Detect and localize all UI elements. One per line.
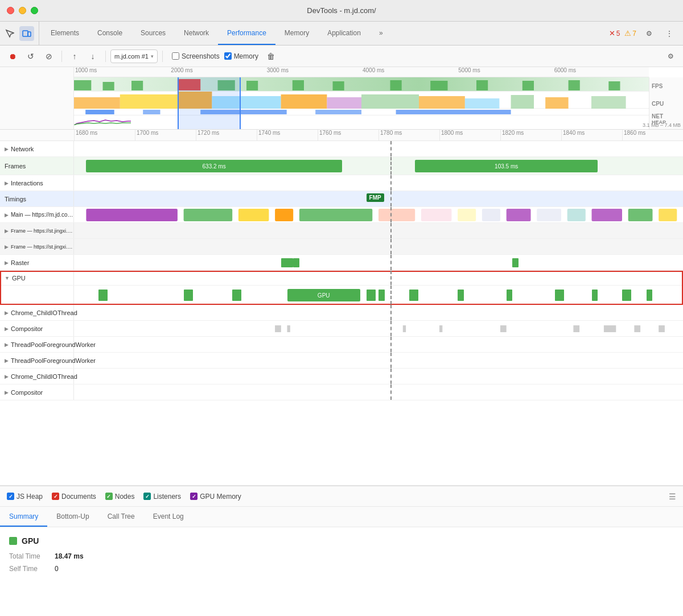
track-frame1[interactable]: ▶ Frame — https://st.jingxi.com/_async_c… [0, 223, 683, 239]
timeline-overview[interactable]: 1000 ms 2000 ms 3000 ms 4000 ms 5000 ms … [0, 67, 683, 130]
more-options-icon[interactable]: ⋮ [661, 26, 677, 42]
expand-arrow-interactions[interactable]: ▶ [5, 180, 9, 186]
expand-arrow-comp2[interactable]: ▶ [5, 390, 9, 395]
svg-rect-21 [327, 97, 361, 109]
memory-checkbox[interactable] [224, 52, 232, 60]
cursor-line-io1 [390, 305, 392, 320]
gpu-memory-check[interactable]: ✓ GPU Memory [190, 493, 241, 501]
nodes-checkbox-box: ✓ [105, 493, 113, 500]
tab-summary[interactable]: Summary [0, 507, 47, 527]
tab-bottom-up[interactable]: Bottom-Up [47, 507, 98, 527]
inspect-icon[interactable] [2, 26, 17, 41]
track-frame2-label[interactable]: ▶ Frame — https://st.jingxi.com/_async_c… [0, 239, 74, 254]
bottom-tabs: Summary Bottom-Up Call Tree Event Log [0, 507, 683, 527]
upload-button[interactable]: ↑ [67, 48, 83, 64]
svg-rect-16 [74, 97, 120, 109]
expand-arrow-main[interactable]: ▶ [5, 212, 9, 218]
tab-application[interactable]: Application [318, 22, 370, 45]
track-frame1-label[interactable]: ▶ Frame — https://st.jingxi.com/_async_c… [0, 223, 74, 238]
track-network-label[interactable]: ▶ Network [0, 141, 74, 156]
track-io2[interactable]: ▶ Chrome_ChildIOThread [0, 369, 683, 385]
tab-elements[interactable]: Elements [42, 22, 88, 45]
tracks-container[interactable]: ▶ Network Frames 633.2 ms [0, 141, 683, 485]
self-time-value: 0 [55, 565, 59, 573]
capture-settings-button[interactable]: ⚙ [663, 48, 678, 64]
svg-rect-22 [361, 94, 419, 109]
track-interactions[interactable]: ▶ Interactions [0, 175, 683, 191]
track-worker1[interactable]: ▶ ThreadPoolForegroundWorker [0, 337, 683, 353]
track-compositor2[interactable]: ▶ Compositor [0, 385, 683, 400]
expand-arrow-w1[interactable]: ▶ [5, 342, 9, 348]
track-gpu-content[interactable]: GPU [0, 286, 683, 305]
tab-performance[interactable]: Performance [218, 22, 275, 45]
reload-record-button[interactable]: ↺ [23, 48, 39, 64]
settings-icon[interactable]: ⚙ [641, 26, 657, 42]
minimize-button[interactable] [19, 7, 26, 14]
svg-rect-20 [281, 94, 327, 109]
delete-button[interactable]: 🗑 [263, 48, 279, 64]
track-compositor1-label[interactable]: ▶ Compositor [0, 321, 74, 336]
track-main[interactable]: ▶ Main — https://m.jd.com/ [0, 207, 683, 223]
track-io2-label[interactable]: ▶ Chrome_ChildIOThread [0, 369, 74, 384]
tab-call-tree[interactable]: Call Tree [98, 507, 144, 527]
frame-block-2[interactable]: 103.5 ms [415, 160, 598, 172]
expand-arrow-comp1[interactable]: ▶ [5, 326, 9, 332]
expand-arrow-f2[interactable]: ▶ [5, 244, 9, 250]
track-raster-label[interactable]: ▶ Raster [0, 255, 74, 270]
maximize-button[interactable] [31, 7, 38, 14]
memory-menu-icon[interactable]: ☰ [669, 492, 676, 501]
track-io1-label[interactable]: ▶ Chrome_ChildIOThread [0, 305, 74, 320]
url-selector[interactable]: m.jd.com #1 ▾ [110, 49, 158, 63]
svg-rect-7 [246, 81, 258, 90]
track-gpu-label-cell[interactable]: ▼ GPU [0, 271, 74, 285]
js-heap-check[interactable]: ✓ JS Heap [7, 493, 43, 501]
listeners-check[interactable]: ✓ Listeners [143, 493, 181, 501]
expand-arrow-w2[interactable]: ▶ [5, 358, 9, 363]
tab-sources[interactable]: Sources [131, 22, 175, 45]
expand-arrow-raster[interactable]: ▶ [5, 260, 9, 266]
memory-checkbox-wrap[interactable]: Memory [224, 52, 258, 60]
documents-check[interactable]: ✓ Documents [52, 493, 96, 501]
download-button[interactable]: ↓ [85, 48, 101, 64]
track-worker2[interactable]: ▶ ThreadPoolForegroundWorker [0, 353, 683, 369]
tab-console[interactable]: Console [88, 22, 131, 45]
screenshots-checkbox[interactable] [172, 52, 179, 60]
mark-1800: 1800 ms [439, 130, 500, 140]
track-interactions-label[interactable]: ▶ Interactions [0, 175, 74, 191]
track-compositor2-label[interactable]: ▶ Compositor [0, 385, 74, 400]
expand-arrow[interactable]: ▶ [5, 146, 9, 152]
track-raster[interactable]: ▶ Raster [0, 255, 683, 271]
tab-event-log[interactable]: Event Log [144, 507, 193, 527]
nodes-check[interactable]: ✓ Nodes [105, 493, 135, 501]
track-timings[interactable]: Timings FMP [0, 191, 683, 207]
device-toggle-icon[interactable] [19, 26, 34, 41]
performance-toolbar: ⏺ ↺ ⊘ ↑ ↓ m.jd.com #1 ▾ Screenshots Memo… [0, 46, 683, 67]
track-worker1-label[interactable]: ▶ ThreadPoolForegroundWorker [0, 337, 74, 352]
screenshots-checkbox-wrap[interactable]: Screenshots [172, 52, 220, 60]
track-frame2[interactable]: ▶ Frame — https://st.jingxi.com/_async_c… [0, 239, 683, 255]
heap-overview-row [74, 115, 649, 125]
screenshots-label: Screenshots [182, 52, 220, 60]
frame-block-1[interactable]: 633.2 ms [86, 160, 342, 172]
track-compositor1[interactable]: ▶ Compositor [0, 321, 683, 337]
overview-canvas[interactable]: 1000 ms 2000 ms 3000 ms 4000 ms 5000 ms … [74, 67, 649, 129]
clear-button[interactable]: ⊘ [41, 48, 57, 64]
expand-arrow-f1[interactable]: ▶ [5, 228, 9, 234]
record-button[interactable]: ⏺ [5, 48, 20, 64]
tab-network[interactable]: Network [175, 22, 218, 45]
expand-arrow-io1[interactable]: ▶ [5, 310, 9, 316]
selection-overlay[interactable] [178, 77, 241, 129]
track-gpu-label[interactable]: ▼ GPU [0, 271, 683, 286]
track-network[interactable]: ▶ Network [0, 141, 683, 157]
track-main-content [74, 207, 683, 222]
track-worker2-label[interactable]: ▶ ThreadPoolForegroundWorker [0, 353, 74, 368]
track-frames[interactable]: Frames 633.2 ms 103.5 ms [0, 157, 683, 175]
close-button[interactable] [7, 7, 14, 14]
expand-arrow-gpu[interactable]: ▼ [5, 275, 10, 281]
expand-arrow-io2[interactable]: ▶ [5, 374, 9, 379]
tab-memory[interactable]: Memory [275, 22, 318, 45]
gpu-block-4 [367, 290, 376, 301]
track-main-label[interactable]: ▶ Main — https://m.jd.com/ [0, 207, 74, 222]
tab-more[interactable]: » [370, 22, 392, 45]
track-io1[interactable]: ▶ Chrome_ChildIOThread [0, 305, 683, 321]
